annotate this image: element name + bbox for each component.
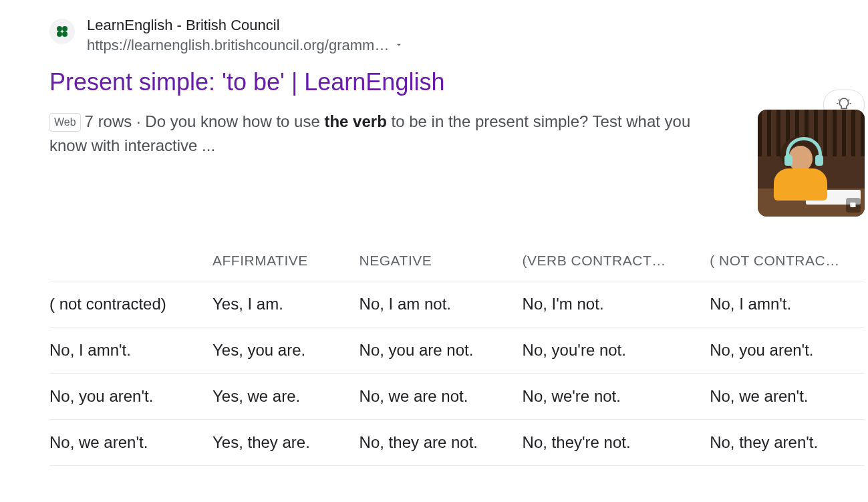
table-cell: No, we aren't. [49, 420, 212, 466]
table-header: ( NOT CONTRAC… [710, 243, 865, 281]
table-cell: Yes, we are. [212, 374, 359, 420]
table-header-row: AFFIRMATIVE NEGATIVE (VERB CONTRACT… ( N… [49, 243, 865, 281]
image-search-icon [846, 198, 861, 213]
result-header: LearnEnglish - British Council https://l… [49, 16, 865, 54]
table-cell: ( not contracted) [49, 281, 212, 328]
svg-point-5 [57, 26, 62, 31]
result-thumbnail[interactable] [758, 110, 865, 217]
table-cell: No, they aren't. [710, 420, 865, 466]
svg-point-7 [57, 31, 62, 37]
table-row: No, we aren't. Yes, they are. No, they a… [49, 420, 865, 466]
svg-point-8 [62, 31, 67, 37]
svg-line-4 [849, 100, 850, 101]
table-cell: No, they're not. [523, 420, 710, 466]
table-cell: No, we're not. [523, 374, 710, 420]
result-table: AFFIRMATIVE NEGATIVE (VERB CONTRACT… ( N… [49, 243, 865, 466]
table-cell: No, you aren't. [49, 374, 212, 420]
table-header: NEGATIVE [359, 243, 523, 281]
table-cell: No, I am not. [359, 281, 523, 328]
table-cell: No, I amn't. [49, 328, 212, 374]
table-row: No, I amn't. Yes, you are. No, you are n… [49, 328, 865, 374]
site-name: LearnEnglish - British Council [87, 16, 404, 35]
table-cell: No, we are not. [359, 374, 523, 420]
table-cell: Yes, I am. [212, 281, 359, 328]
table-header [49, 243, 212, 281]
result-snippet: Web7 rows · Do you know how to use the v… [49, 110, 758, 158]
snippet-text-bold: the verb [324, 112, 386, 130]
table-cell: No, we aren't. [710, 374, 865, 420]
table-cell: Yes, you are. [212, 328, 359, 374]
table-row: ( not contracted) Yes, I am. No, I am no… [49, 281, 865, 328]
table-row: No, you aren't. Yes, we are. No, we are … [49, 374, 865, 420]
table-cell: No, you're not. [523, 328, 710, 374]
site-favicon [49, 19, 75, 44]
search-result: LearnEnglish - British Council https://l… [49, 16, 865, 466]
table-cell: No, you aren't. [710, 328, 865, 374]
table-cell: Yes, they are. [212, 420, 359, 466]
web-chip: Web [49, 113, 81, 132]
table-cell: No, I amn't. [710, 281, 865, 328]
table-cell: No, you are not. [359, 328, 523, 374]
table-cell: No, they are not. [359, 420, 523, 466]
table-header: AFFIRMATIVE [212, 243, 359, 281]
table-header: (VERB CONTRACT… [523, 243, 710, 281]
svg-point-6 [62, 26, 67, 31]
snippet-text-prefix: 7 rows · Do you know how to use [85, 112, 325, 130]
url-options-button[interactable] [394, 40, 404, 49]
chevron-down-icon [394, 40, 404, 49]
svg-line-3 [839, 100, 840, 101]
site-url[interactable]: https://learnenglish.britishcouncil.org/… [87, 36, 389, 55]
favicon-icon [54, 23, 70, 39]
result-title-link[interactable]: Present simple: 'to be' | LearnEnglish [49, 68, 865, 96]
table-cell: No, I'm not. [523, 281, 710, 328]
